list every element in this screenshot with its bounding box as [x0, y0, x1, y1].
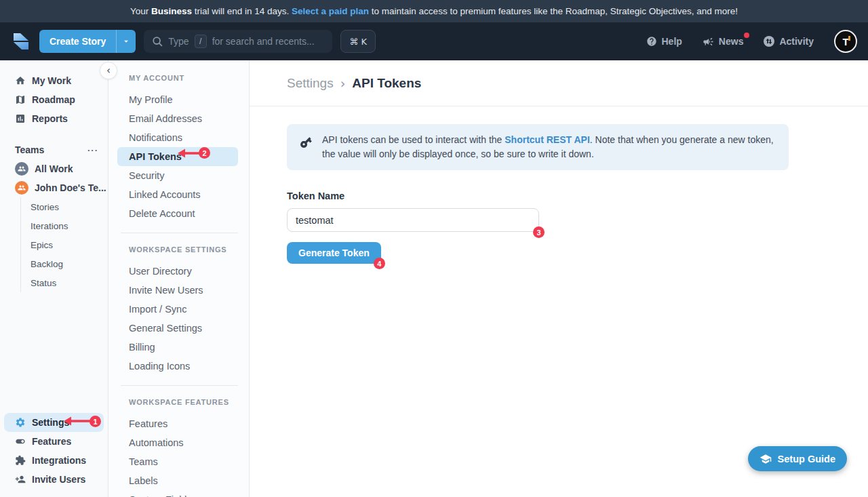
activity-icon	[764, 36, 774, 47]
sidebar-item-label: Features	[32, 436, 71, 447]
breadcrumb-separator-icon: ›	[340, 76, 346, 91]
nav-item-security[interactable]: Security	[108, 166, 249, 185]
sidebar-item-roadmap[interactable]: Roadmap	[0, 90, 108, 109]
nav-item-delete-account[interactable]: Delete Account	[108, 204, 249, 223]
teams-header-label: Teams	[15, 144, 44, 155]
main-sidebar: My Work Roadmap Reports Teams ··· All Wo…	[0, 60, 108, 497]
search-input[interactable]: Type / for search and recents...	[144, 30, 332, 53]
person-add-icon	[15, 474, 26, 485]
news-notification-dot	[744, 33, 749, 38]
nav-item-my-profile[interactable]: My Profile	[108, 90, 249, 109]
nav-item-user-directory[interactable]: User Directory	[108, 262, 249, 281]
app-window: Your Business trial will end in 14 days.…	[0, 0, 868, 497]
slash-key-hint: /	[195, 35, 207, 48]
generate-token-button[interactable]: Generate Token	[287, 242, 381, 264]
breadcrumb-settings[interactable]: Settings	[287, 76, 334, 91]
nav-item-labels[interactable]: Labels	[108, 471, 249, 490]
nav-item-billing[interactable]: Billing	[108, 338, 249, 357]
page-header: Settings › API Tokens	[250, 60, 868, 106]
annotation-arrow-1	[62, 415, 92, 427]
create-story-dropdown[interactable]	[116, 30, 136, 53]
divider	[121, 385, 238, 386]
shortcut-logo-icon[interactable]	[11, 31, 31, 52]
token-name-input[interactable]	[287, 208, 539, 232]
setup-guide-button[interactable]: Setup Guide	[748, 446, 847, 471]
sidebar-item-stories[interactable]: Stories	[31, 197, 108, 216]
sidebar-item-team[interactable]: John Doe's Te...	[0, 178, 108, 197]
activity-button[interactable]: Activity	[764, 36, 814, 47]
map-icon	[15, 94, 26, 105]
help-icon	[646, 36, 657, 47]
sidebar-item-epics[interactable]: Epics	[31, 235, 108, 254]
create-story-button[interactable]: Create Story	[39, 30, 136, 53]
top-navbar: Create Story Type / for search and recen…	[0, 22, 868, 60]
page-title: API Tokens	[352, 76, 421, 91]
trial-banner: Your Business trial will end in 14 days.…	[0, 0, 868, 22]
sidebar-item-integrations[interactable]: Integrations	[0, 451, 108, 470]
news-button[interactable]: News	[703, 36, 744, 47]
nav-item-general-settings[interactable]: General Settings	[108, 319, 249, 338]
search-placeholder-prefix: Type	[168, 36, 189, 47]
help-button[interactable]: Help	[646, 36, 682, 47]
group-icon	[18, 184, 26, 192]
sidebar-item-iterations[interactable]: Iterations	[31, 216, 108, 235]
section-title-workspace-settings: WORKSPACE SETTINGS	[108, 243, 249, 256]
sidebar-item-all-work[interactable]: All Work	[0, 159, 108, 178]
select-paid-plan-link[interactable]: Select a paid plan	[292, 6, 369, 16]
nav-item-email-addresses[interactable]: Email Addresses	[108, 109, 249, 128]
nav-item-notifications[interactable]: Notifications	[108, 128, 249, 147]
annotation-badge-4: 4	[374, 258, 385, 269]
banner-text: Your	[130, 6, 151, 16]
annotation-badge-3: 3	[533, 226, 545, 238]
user-avatar[interactable]: T	[834, 30, 857, 53]
sidebar-item-label: Roadmap	[32, 94, 75, 105]
sidebar-item-backlog[interactable]: Backlog	[31, 254, 108, 273]
rest-api-link[interactable]: Shortcut REST API	[505, 134, 590, 145]
search-placeholder-suffix: for search and recents...	[212, 36, 315, 47]
sidebar-item-label: All Work	[35, 163, 73, 174]
nav-item-invite-new-users[interactable]: Invite New Users	[108, 281, 249, 300]
teams-section-header: Teams ···	[0, 140, 108, 159]
divider	[121, 233, 238, 233]
bar-chart-icon	[15, 113, 26, 124]
cmd-k-shortcut[interactable]: ⌘ K	[340, 30, 376, 53]
banner-plan-name: Business	[151, 6, 192, 16]
create-story-label[interactable]: Create Story	[39, 30, 116, 53]
sidebar-item-label: My Work	[32, 75, 71, 86]
app-body: My Work Roadmap Reports Teams ··· All Wo…	[0, 60, 868, 497]
nav-item-linked-accounts[interactable]: Linked Accounts	[108, 185, 249, 204]
nav-item-teams[interactable]: Teams	[108, 452, 249, 471]
teams-more-button[interactable]: ···	[87, 145, 98, 155]
nav-item-automations[interactable]: Automations	[108, 433, 249, 452]
search-icon	[152, 36, 163, 47]
section-title-workspace-features: WORKSPACE FEATURES	[108, 395, 249, 409]
puzzle-icon	[15, 455, 26, 466]
nav-item-custom-fields[interactable]: Custom Fields	[108, 490, 249, 497]
all-work-avatar	[15, 162, 28, 176]
sidebar-item-reports[interactable]: Reports	[0, 109, 108, 128]
sidebar-item-label: Invite Users	[32, 474, 85, 485]
graduation-cap-icon	[760, 453, 772, 465]
nav-item-features[interactable]: Features	[108, 414, 249, 433]
sidebar-item-my-work[interactable]: My Work	[0, 71, 108, 90]
annotation-badge-1: 1	[90, 416, 101, 427]
api-tokens-content: API tokens can be used to interact with …	[250, 106, 868, 264]
sidebar-item-features[interactable]: Features	[0, 432, 108, 451]
banner-text: trial will end in 14 days.	[192, 6, 292, 16]
sidebar-item-label: Integrations	[32, 455, 86, 466]
gear-icon	[15, 417, 26, 428]
chevron-down-icon	[121, 37, 131, 46]
collapse-sidebar-button[interactable]: ‹	[100, 62, 117, 79]
group-icon	[18, 165, 26, 173]
banner-text: to maintain access to premium features l…	[369, 6, 738, 16]
nav-item-loading-icons[interactable]: Loading Icons	[108, 357, 249, 376]
token-name-label: Token Name	[287, 191, 868, 201]
home-icon	[15, 75, 26, 86]
main-content: Settings › API Tokens API tokens can be …	[250, 60, 868, 497]
team-sub-list: Stories Iterations Epics Backlog Status	[20, 197, 108, 292]
sidebar-item-status[interactable]: Status	[31, 273, 108, 292]
news-label: News	[719, 36, 744, 47]
sidebar-item-invite-users[interactable]: Invite Users	[0, 470, 108, 489]
nav-item-import-sync[interactable]: Import / Sync	[108, 300, 249, 319]
megaphone-icon	[703, 36, 714, 47]
